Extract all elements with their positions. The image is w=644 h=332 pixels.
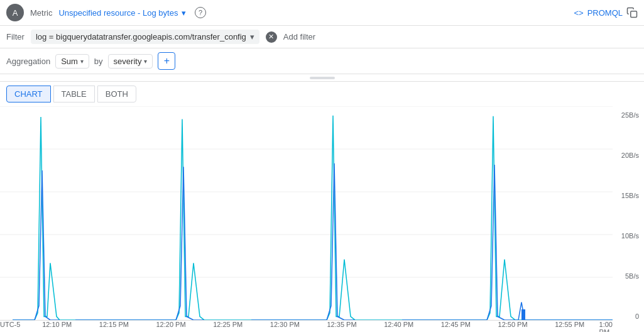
info-line-2 bbox=[75, 119, 251, 320]
filter-chip-dropdown-icon[interactable]: ▾ bbox=[250, 32, 254, 42]
chart-area: 25B/s 20B/s 15B/s 10B/s 5B/s 0 bbox=[0, 106, 644, 320]
y-axis: 25B/s 20B/s 15B/s 10B/s 5B/s 0 bbox=[621, 111, 639, 320]
info-line-1 bbox=[13, 117, 75, 320]
add-filter-button[interactable]: Add filter bbox=[283, 32, 315, 42]
view-tabs: CHART TABLE BOTH bbox=[0, 82, 644, 106]
x-label-1245: 12:45 PM bbox=[441, 321, 471, 328]
severity-select[interactable]: severity ▾ bbox=[108, 54, 153, 69]
chart-svg bbox=[0, 106, 613, 320]
y-label-10: 10B/s bbox=[621, 232, 639, 240]
promql-brackets-icon: <> bbox=[574, 8, 583, 18]
x-label-1215: 12:15 PM bbox=[99, 321, 129, 328]
aggregation-label: Aggregation bbox=[6, 57, 50, 66]
y-label-25: 25B/s bbox=[621, 111, 639, 119]
y-label-0: 0 bbox=[621, 313, 639, 320]
y-label-5: 5B/s bbox=[621, 272, 639, 280]
y-label-20: 20B/s bbox=[621, 152, 639, 159]
metric-value-link[interactable]: Unspecified resource - Log bytes ▾ bbox=[58, 8, 186, 18]
error-line-4 bbox=[402, 165, 613, 320]
filter-row: Filter log = bigquerydatatransfer.google… bbox=[0, 26, 644, 48]
y-label-15: 15B/s bbox=[621, 192, 639, 199]
tab-table[interactable]: TABLE bbox=[53, 86, 95, 102]
x-label-1235: 12:35 PM bbox=[327, 321, 357, 328]
aggregation-row: Aggregation Sum ▾ by severity ▾ + bbox=[0, 48, 644, 74]
divider-handle[interactable] bbox=[0, 74, 644, 82]
filter-label: Filter bbox=[6, 32, 25, 42]
tab-both[interactable]: BOTH bbox=[97, 86, 136, 102]
x-label-1220: 12:20 PM bbox=[156, 321, 185, 328]
sum-select[interactable]: Sum ▾ bbox=[55, 54, 89, 69]
tab-chart[interactable]: CHART bbox=[6, 86, 51, 102]
by-label: by bbox=[94, 57, 103, 66]
x-label-1240: 12:40 PM bbox=[384, 321, 413, 328]
sum-dropdown-icon: ▾ bbox=[80, 58, 84, 65]
x-label-1255: 12:55 PM bbox=[555, 321, 584, 328]
x-label-1225: 12:25 PM bbox=[213, 321, 243, 328]
copy-icon[interactable] bbox=[626, 7, 638, 18]
x-label-utc: UTC-5 bbox=[0, 321, 20, 328]
add-aggregation-button[interactable]: + bbox=[158, 52, 175, 70]
metric-dropdown-icon[interactable]: ▾ bbox=[182, 8, 186, 18]
x-label-1250: 12:50 PM bbox=[498, 321, 528, 328]
severity-dropdown-icon: ▾ bbox=[144, 58, 147, 65]
resize-handle[interactable] bbox=[310, 77, 335, 79]
metric-label: Metric bbox=[30, 8, 52, 18]
x-label-1210: 12:10 PM bbox=[42, 321, 72, 328]
bar-marker bbox=[521, 309, 525, 320]
filter-chip-text: log = bigquerydatatransfer.googleapis.co… bbox=[36, 32, 246, 42]
help-icon[interactable]: ? bbox=[195, 7, 206, 18]
x-axis: UTC-5 12:10 PM 12:15 PM 12:20 PM 12:25 P… bbox=[0, 320, 613, 331]
svg-rect-0 bbox=[631, 11, 637, 18]
error-line-3 bbox=[251, 163, 355, 320]
avatar: A bbox=[6, 4, 24, 21]
header-row: A Metric Unspecified resource - Log byte… bbox=[0, 0, 644, 26]
x-label-100: 1:00 PM bbox=[599, 321, 613, 332]
promql-button[interactable]: <> PROMQL bbox=[574, 7, 638, 18]
filter-chip[interactable]: log = bigquerydatatransfer.googleapis.co… bbox=[31, 30, 259, 44]
filter-clear-button[interactable]: ✕ bbox=[266, 31, 277, 43]
info-line-4 bbox=[402, 116, 613, 320]
info-line-3 bbox=[251, 116, 402, 320]
error-line-1 bbox=[13, 170, 60, 320]
x-label-1230: 12:30 PM bbox=[270, 321, 300, 328]
